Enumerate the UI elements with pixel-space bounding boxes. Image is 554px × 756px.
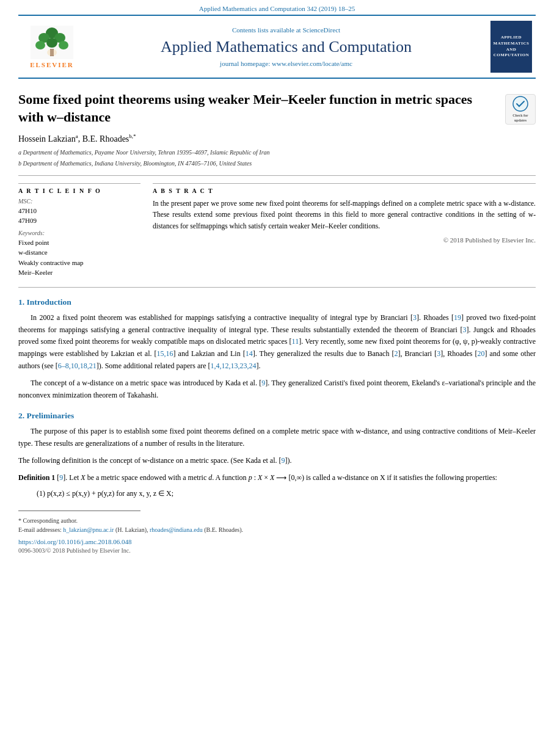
- author1-name: Hossein Lakzian: [18, 134, 76, 144]
- article-info-col: A R T I C L E I N F O MSC: 47H10 47H09 K…: [18, 183, 140, 278]
- section2-para2: The following definition is the concept …: [18, 455, 536, 467]
- ref-20[interactable]: 20: [478, 349, 485, 358]
- msc-value-2: 47H09: [18, 216, 140, 226]
- svg-point-6: [59, 41, 68, 49]
- article-body: Some fixed point theorems using weaker M…: [18, 79, 536, 498]
- ref-11[interactable]: 11: [292, 337, 299, 346]
- ref-1-24[interactable]: 1,4,12,13,23,24: [211, 362, 257, 370]
- ref-3b[interactable]: 3: [463, 325, 467, 334]
- msc-label: MSC:: [18, 198, 140, 205]
- footer-area: https://doi.org/10.1016/j.amc.2018.06.04…: [18, 538, 536, 554]
- abstract-col: A B S T R A C T In the present paper we …: [153, 183, 536, 278]
- affiliation-a: a Department of Mathematics, Payame Noor…: [18, 148, 536, 157]
- article-info-section: A R T I C L E I N F O MSC: 47H10 47H09 K…: [18, 183, 140, 278]
- email-line: E-mail addresses: h_lakzian@pnu.ac.ir (H…: [18, 525, 536, 534]
- journal-header: ELSEVIER Contents lists available at Sci…: [18, 15, 536, 79]
- journal-thumbnail: APPLIED MATHEMATICS AND COMPUTATION: [487, 21, 536, 73]
- elsevier-tree-icon: [31, 26, 73, 59]
- keyword-2: w-distance: [18, 247, 140, 258]
- footnote-divider: [18, 511, 140, 511]
- homepage-line: journal homepage: www.elsevier.com/locat…: [220, 60, 352, 67]
- elsevier-wordmark: ELSEVIER: [30, 61, 74, 68]
- homepage-link[interactable]: www.elsevier.com/locate/amc: [272, 60, 352, 67]
- section1-heading: 1. Introduction: [18, 297, 536, 307]
- keyword-4: Meir–Keeler: [18, 267, 140, 278]
- section2-heading: 2. Preliminaries: [18, 411, 536, 421]
- journal-title: Applied Mathematics and Computation: [161, 37, 412, 56]
- email1-link[interactable]: h_lakzian@pnu.ac.ir: [63, 526, 114, 533]
- abstract-section: A B S T R A C T In the present paper we …: [153, 183, 536, 244]
- elsevier-logo-container: ELSEVIER: [18, 21, 86, 73]
- email2-link[interactable]: rhoades@indiana.edu: [150, 526, 203, 533]
- author2-sup: b,*: [129, 133, 136, 139]
- ref-9c[interactable]: 9: [59, 473, 63, 482]
- journal-cover-thumb: APPLIED MATHEMATICS AND COMPUTATION: [490, 21, 532, 73]
- definition-label: Definition 1: [18, 473, 55, 482]
- check-updates-icon: [512, 95, 529, 112]
- ref-2[interactable]: 2: [394, 349, 398, 358]
- corresponding-author-note: * Corresponding author.: [18, 516, 536, 525]
- page: Applied Mathematics and Computation 342 …: [0, 0, 554, 756]
- sciencedirect-line: Contents lists available at ScienceDirec…: [232, 26, 340, 34]
- check-for-updates-badge: Check forupdates: [505, 94, 536, 125]
- article-title-text: Some fixed point theorems using weaker M…: [18, 91, 499, 126]
- ref-6-21[interactable]: 6–8,10,18,21: [58, 362, 97, 370]
- section1-para1: In 2002 a fixed point theorem was establ…: [18, 312, 536, 373]
- citation-text: Applied Mathematics and Computation 342 …: [199, 5, 355, 12]
- citation-bar: Applied Mathematics and Computation 342 …: [0, 0, 554, 15]
- ref-19[interactable]: 19: [454, 313, 461, 322]
- property-1: (1) p(x,z) ≤ p(x,y) + p(y,z) for any x, …: [37, 489, 536, 498]
- elsevier-logo: ELSEVIER: [30, 26, 74, 68]
- sciencedirect-link[interactable]: ScienceDirect: [302, 26, 340, 34]
- header-divider: [18, 175, 536, 176]
- abstract-text: In the present paper we prove some new f…: [153, 198, 536, 231]
- ref-9b[interactable]: 9: [282, 456, 285, 465]
- ref-14[interactable]: 14: [246, 349, 253, 358]
- abstract-label: A B S T R A C T: [153, 187, 536, 194]
- affiliation-b: b Department of Mathematics, Indiana Uni…: [18, 159, 536, 168]
- ref-15-16[interactable]: 15,16: [157, 349, 173, 358]
- svg-point-5: [46, 38, 57, 48]
- info-abstract-row: A R T I C L E I N F O MSC: 47H10 47H09 K…: [18, 183, 536, 278]
- journal-title-area: Contents lists available at ScienceDirec…: [86, 21, 487, 73]
- keyword-3: Weakly contractive map: [18, 258, 140, 268]
- author2-name: , B.E. Rhoades: [78, 134, 129, 144]
- copyright-line: © 2018 Published by Elsevier Inc.: [153, 236, 536, 244]
- issn-line: 0096-3003/© 2018 Published by Elsevier I…: [18, 547, 536, 554]
- authors-line: Hossein Lakziana, B.E. Rhoadesb,*: [18, 133, 536, 144]
- msc-value-1: 47H10: [18, 206, 140, 216]
- section2-para1: The purpose of this paper is to establis…: [18, 426, 536, 450]
- ref-3[interactable]: 3: [413, 313, 417, 322]
- svg-point-4: [35, 41, 45, 49]
- article-title-row: Some fixed point theorems using weaker M…: [18, 91, 536, 126]
- doi-line[interactable]: https://doi.org/10.1016/j.amc.2018.06.04…: [18, 538, 536, 545]
- body-divider: [18, 287, 536, 288]
- article-info-label: A R T I C L E I N F O: [18, 187, 140, 194]
- ref-9[interactable]: 9: [261, 379, 265, 387]
- keyword-1: Fixed point: [18, 238, 140, 248]
- footnote-area: * Corresponding author. E-mail addresses…: [18, 511, 536, 534]
- svg-point-8: [47, 49, 57, 56]
- section1-para2: The concept of a w-distance on a metric …: [18, 377, 536, 402]
- svg-point-9: [513, 96, 528, 111]
- keywords-label: Keywords:: [18, 230, 140, 236]
- ref-3c[interactable]: 3: [437, 349, 440, 358]
- definition-1: Definition 1 [9]. Let X be a metric spac…: [18, 472, 536, 484]
